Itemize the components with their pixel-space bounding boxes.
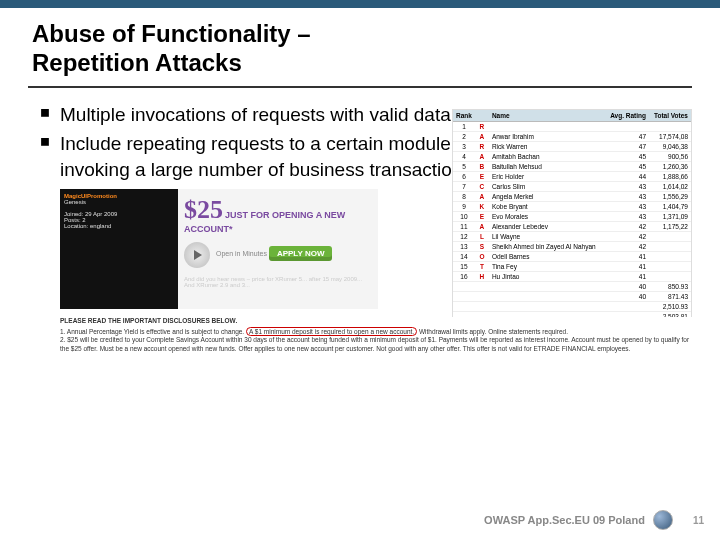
footer-conference: OWASP App.Sec.EU 09 Poland xyxy=(484,514,645,526)
col-name: Name xyxy=(489,110,607,122)
page-number: 11 xyxy=(693,515,704,526)
table-row: 2,510.93 xyxy=(453,301,691,311)
col-letter xyxy=(475,110,489,122)
promo-amount: $25 xyxy=(184,195,223,224)
table-row: 5BBaitullah Mehsud451,260,36 xyxy=(453,161,691,171)
apply-now-button[interactable]: APPLY NOW xyxy=(269,246,333,261)
table-row: 12LLil Wayne42 xyxy=(453,231,691,241)
play-icon xyxy=(184,242,210,268)
col-rank: Rank xyxy=(453,110,475,122)
table-row: 9KKobe Bryant431,404,79 xyxy=(453,201,691,211)
promo-below-text: And did you hear news – price for XRumer… xyxy=(184,276,372,288)
table-row: 3RRick Warren479,046,38 xyxy=(453,141,691,151)
table-row: 40850.93 xyxy=(453,281,691,291)
table-row: 11AAlexander Lebedev421,175,22 xyxy=(453,221,691,231)
table-row: 40871.43 xyxy=(453,291,691,301)
disclosures-title: PLEASE READ THE IMPORTANT DISCLOSURES BE… xyxy=(60,317,692,325)
forum-snippet: MagicUIPromotion Genesis Joined: 29 Apr … xyxy=(60,189,178,309)
table-row: 13SSheikh Ahmed bin Zayed Al Nahyan42 xyxy=(453,241,691,251)
table-row: 14OOdell Barnes41 xyxy=(453,251,691,261)
table-row: 6EEric Holder441,888,66 xyxy=(453,171,691,181)
circled-text: A $1 minimum deposit is required to open… xyxy=(246,327,417,336)
table-row: 2AAnwar Ibrahim4717,574,08 xyxy=(453,131,691,141)
table-row: 7CCarlos Slim431,614,02 xyxy=(453,181,691,191)
slide-title: Abuse of Functionality – Repetition Atta… xyxy=(0,8,720,86)
table-row: 16HHu Jintao41 xyxy=(453,271,691,281)
forum-location: Location: england xyxy=(64,223,174,229)
title-line-1: Abuse of Functionality – xyxy=(32,20,311,47)
table-row: 15TTina Fey41 xyxy=(453,261,691,271)
screenshot-collage: MagicUIPromotion Genesis Joined: 29 Apr … xyxy=(60,189,692,409)
disclosures: PLEASE READ THE IMPORTANT DISCLOSURES BE… xyxy=(60,317,692,354)
table-row: 8AAngela Merkel431,556,29 xyxy=(453,191,691,201)
slide-footer: OWASP App.Sec.EU 09 Poland 11 xyxy=(484,510,704,530)
col-votes: Total Votes xyxy=(649,110,691,122)
promo-open-minutes: Open in Minutes xyxy=(216,250,267,257)
title-line-2: Repetition Attacks xyxy=(32,49,242,76)
col-rating: Avg. Rating xyxy=(607,110,649,122)
forum-sub: Genesis xyxy=(64,199,174,205)
title-underline xyxy=(28,86,692,88)
table-row: 1R xyxy=(453,121,691,131)
table-row: 4AAmitabh Bachan45900,56 xyxy=(453,151,691,161)
slide-top-bar xyxy=(0,0,720,8)
disclosure-line-2: 2. $25 will be credited to your Complete… xyxy=(60,336,692,353)
table-row: 10EEvo Morales431,371,09 xyxy=(453,211,691,221)
globe-icon xyxy=(653,510,673,530)
disclosure-line-1: 1. Annual Percentage Yield is effective … xyxy=(60,328,692,336)
promo-ad: $25 JUST FOR OPENING A NEW ACCOUNT* Open… xyxy=(178,189,378,309)
leaderboard: Rank Name Avg. Rating Total Votes 1R2AAn… xyxy=(452,109,692,323)
